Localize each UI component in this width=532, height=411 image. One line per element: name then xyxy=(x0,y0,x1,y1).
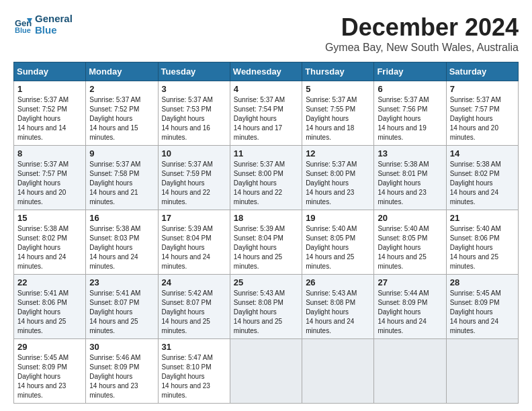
weekday-header-thursday: Thursday xyxy=(302,62,374,81)
weekday-header-wednesday: Wednesday xyxy=(230,62,302,81)
day-number: 25 xyxy=(234,277,298,287)
day-info: Sunrise: 5:38 AM Sunset: 8:01 PM Dayligh… xyxy=(378,160,442,207)
calendar-cell: 20 Sunrise: 5:40 AM Sunset: 8:05 PM Dayl… xyxy=(374,210,446,275)
day-info: Sunrise: 5:38 AM Sunset: 8:03 PM Dayligh… xyxy=(89,224,154,271)
day-info: Sunrise: 5:38 AM Sunset: 8:02 PM Dayligh… xyxy=(17,224,82,271)
day-number: 10 xyxy=(162,148,226,158)
weekday-header-saturday: Saturday xyxy=(446,62,518,81)
calendar-cell xyxy=(230,339,302,404)
calendar-cell: 13 Sunrise: 5:38 AM Sunset: 8:01 PM Dayl… xyxy=(374,146,446,210)
day-info: Sunrise: 5:44 AM Sunset: 8:09 PM Dayligh… xyxy=(378,289,442,336)
calendar-cell: 17 Sunrise: 5:39 AM Sunset: 8:04 PM Dayl… xyxy=(158,210,230,275)
weekday-header-tuesday: Tuesday xyxy=(158,62,230,81)
day-info: Sunrise: 5:46 AM Sunset: 8:09 PM Dayligh… xyxy=(89,353,154,400)
calendar-cell: 1 Sunrise: 5:37 AM Sunset: 7:52 PM Dayli… xyxy=(14,81,86,146)
day-number: 28 xyxy=(450,277,515,287)
calendar-cell: 23 Sunrise: 5:41 AM Sunset: 8:07 PM Dayl… xyxy=(86,275,158,339)
day-number: 18 xyxy=(234,213,298,223)
day-number: 4 xyxy=(234,84,298,94)
calendar-cell: 29 Sunrise: 5:45 AM Sunset: 8:09 PM Dayl… xyxy=(14,339,86,404)
day-info: Sunrise: 5:37 AM Sunset: 7:57 PM Dayligh… xyxy=(450,95,515,142)
day-number: 9 xyxy=(89,148,154,158)
day-info: Sunrise: 5:42 AM Sunset: 8:07 PM Dayligh… xyxy=(162,289,226,336)
day-info: Sunrise: 5:37 AM Sunset: 7:56 PM Dayligh… xyxy=(378,95,442,142)
day-number: 19 xyxy=(306,213,370,223)
day-info: Sunrise: 5:37 AM Sunset: 7:59 PM Dayligh… xyxy=(162,160,226,207)
calendar-cell xyxy=(302,339,374,404)
day-number: 11 xyxy=(234,148,298,158)
calendar-cell: 27 Sunrise: 5:44 AM Sunset: 8:09 PM Dayl… xyxy=(374,275,446,339)
day-info: Sunrise: 5:40 AM Sunset: 8:06 PM Dayligh… xyxy=(450,224,515,271)
day-number: 3 xyxy=(162,84,226,94)
day-info: Sunrise: 5:37 AM Sunset: 7:54 PM Dayligh… xyxy=(234,95,298,142)
calendar-cell xyxy=(446,339,518,404)
day-info: Sunrise: 5:45 AM Sunset: 8:09 PM Dayligh… xyxy=(450,289,515,336)
day-number: 26 xyxy=(306,277,370,287)
calendar-cell: 9 Sunrise: 5:37 AM Sunset: 7:58 PM Dayli… xyxy=(86,146,158,210)
calendar-cell: 2 Sunrise: 5:37 AM Sunset: 7:52 PM Dayli… xyxy=(86,81,158,146)
day-number: 2 xyxy=(89,84,154,94)
weekday-header-monday: Monday xyxy=(86,62,158,81)
calendar-cell: 18 Sunrise: 5:39 AM Sunset: 8:04 PM Dayl… xyxy=(230,210,302,275)
day-info: Sunrise: 5:37 AM Sunset: 7:52 PM Dayligh… xyxy=(89,95,154,142)
day-number: 13 xyxy=(378,148,442,158)
day-info: Sunrise: 5:47 AM Sunset: 8:10 PM Dayligh… xyxy=(162,353,226,400)
calendar-cell: 11 Sunrise: 5:37 AM Sunset: 8:00 PM Dayl… xyxy=(230,146,302,210)
calendar-cell: 6 Sunrise: 5:37 AM Sunset: 7:56 PM Dayli… xyxy=(374,81,446,146)
day-info: Sunrise: 5:37 AM Sunset: 8:00 PM Dayligh… xyxy=(306,160,370,207)
location-title: Gymea Bay, New South Wales, Australia xyxy=(325,42,519,54)
calendar: SundayMondayTuesdayWednesdayThursdayFrid… xyxy=(13,62,519,404)
calendar-cell: 24 Sunrise: 5:42 AM Sunset: 8:07 PM Dayl… xyxy=(158,275,230,339)
calendar-cell: 3 Sunrise: 5:37 AM Sunset: 7:53 PM Dayli… xyxy=(158,81,230,146)
day-info: Sunrise: 5:41 AM Sunset: 8:07 PM Dayligh… xyxy=(89,289,154,336)
weekday-header-sunday: Sunday xyxy=(14,62,86,81)
logo: General Blue General Blue xyxy=(13,13,73,36)
calendar-cell: 14 Sunrise: 5:38 AM Sunset: 8:02 PM Dayl… xyxy=(446,146,518,210)
day-info: Sunrise: 5:37 AM Sunset: 7:52 PM Dayligh… xyxy=(17,95,82,142)
calendar-cell: 16 Sunrise: 5:38 AM Sunset: 8:03 PM Dayl… xyxy=(86,210,158,275)
day-info: Sunrise: 5:37 AM Sunset: 7:55 PM Dayligh… xyxy=(306,95,370,142)
day-number: 6 xyxy=(378,84,442,94)
day-number: 27 xyxy=(378,277,442,287)
calendar-cell: 4 Sunrise: 5:37 AM Sunset: 7:54 PM Dayli… xyxy=(230,81,302,146)
day-number: 7 xyxy=(450,84,515,94)
calendar-cell: 8 Sunrise: 5:37 AM Sunset: 7:57 PM Dayli… xyxy=(14,146,86,210)
day-number: 29 xyxy=(17,342,82,352)
day-info: Sunrise: 5:37 AM Sunset: 8:00 PM Dayligh… xyxy=(234,160,298,207)
day-number: 8 xyxy=(17,148,82,158)
day-info: Sunrise: 5:45 AM Sunset: 8:09 PM Dayligh… xyxy=(17,353,82,400)
day-info: Sunrise: 5:39 AM Sunset: 8:04 PM Dayligh… xyxy=(234,224,298,271)
calendar-cell: 19 Sunrise: 5:40 AM Sunset: 8:05 PM Dayl… xyxy=(302,210,374,275)
calendar-cell: 5 Sunrise: 5:37 AM Sunset: 7:55 PM Dayli… xyxy=(302,81,374,146)
day-number: 20 xyxy=(378,213,442,223)
day-info: Sunrise: 5:38 AM Sunset: 8:02 PM Dayligh… xyxy=(450,160,515,207)
day-number: 21 xyxy=(450,213,515,223)
logo-line2: Blue xyxy=(35,25,73,36)
calendar-cell: 31 Sunrise: 5:47 AM Sunset: 8:10 PM Dayl… xyxy=(158,339,230,404)
day-info: Sunrise: 5:40 AM Sunset: 8:05 PM Dayligh… xyxy=(378,224,442,271)
calendar-cell: 22 Sunrise: 5:41 AM Sunset: 8:06 PM Dayl… xyxy=(14,275,86,339)
calendar-cell: 15 Sunrise: 5:38 AM Sunset: 8:02 PM Dayl… xyxy=(14,210,86,275)
day-info: Sunrise: 5:43 AM Sunset: 8:08 PM Dayligh… xyxy=(234,289,298,336)
day-info: Sunrise: 5:37 AM Sunset: 7:57 PM Dayligh… xyxy=(17,160,82,207)
calendar-cell: 10 Sunrise: 5:37 AM Sunset: 7:59 PM Dayl… xyxy=(158,146,230,210)
day-number: 24 xyxy=(162,277,226,287)
month-title: December 2024 xyxy=(325,13,519,42)
day-info: Sunrise: 5:37 AM Sunset: 7:58 PM Dayligh… xyxy=(89,160,154,207)
day-info: Sunrise: 5:41 AM Sunset: 8:06 PM Dayligh… xyxy=(17,289,82,336)
day-number: 15 xyxy=(17,213,82,223)
day-number: 16 xyxy=(89,213,154,223)
day-info: Sunrise: 5:39 AM Sunset: 8:04 PM Dayligh… xyxy=(162,224,226,271)
day-info: Sunrise: 5:43 AM Sunset: 8:08 PM Dayligh… xyxy=(306,289,370,336)
day-number: 23 xyxy=(89,277,154,287)
calendar-cell: 28 Sunrise: 5:45 AM Sunset: 8:09 PM Dayl… xyxy=(446,275,518,339)
day-number: 17 xyxy=(162,213,226,223)
logo-line1: General xyxy=(35,13,73,25)
calendar-cell: 12 Sunrise: 5:37 AM Sunset: 8:00 PM Dayl… xyxy=(302,146,374,210)
logo-icon: General Blue xyxy=(13,15,32,34)
day-info: Sunrise: 5:40 AM Sunset: 8:05 PM Dayligh… xyxy=(306,224,370,271)
day-number: 1 xyxy=(17,84,82,94)
day-number: 12 xyxy=(306,148,370,158)
day-number: 30 xyxy=(89,342,154,352)
calendar-cell: 7 Sunrise: 5:37 AM Sunset: 7:57 PM Dayli… xyxy=(446,81,518,146)
